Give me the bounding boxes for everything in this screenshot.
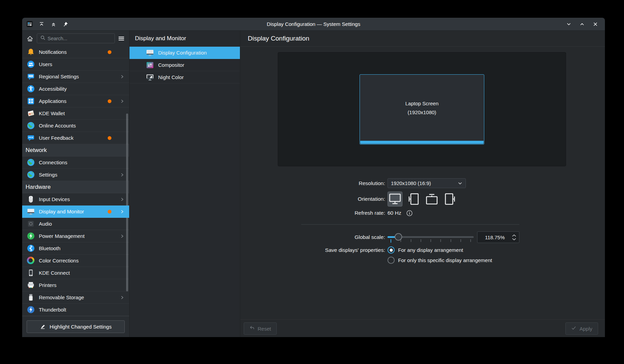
apply-button[interactable]: Apply [565, 322, 598, 335]
minimize-button[interactable] [565, 21, 572, 28]
bell-icon [27, 48, 35, 56]
content-pane: Display Configuration Laptop Screen (192… [240, 31, 605, 337]
spin-down-icon[interactable] [512, 238, 516, 241]
reset-button[interactable]: Reset [244, 322, 277, 335]
applications-icon [27, 97, 35, 105]
highlight-changed-settings-button[interactable]: Highlight Changed Settings [27, 320, 125, 333]
slider-tick [460, 239, 461, 242]
accessibility-icon [27, 85, 35, 93]
subpanel-item-display-configuration[interactable]: Display Configuration [130, 47, 240, 59]
sidebar-item-accessibility[interactable]: Accessibility [22, 83, 129, 95]
form-separator [301, 224, 519, 225]
home-button[interactable] [26, 33, 34, 44]
display-preview-screen[interactable]: Laptop Screen (1920x1080) [360, 74, 484, 145]
highlighter-icon [40, 323, 46, 330]
sidebar-item-bluetooth[interactable]: Bluetooth [22, 242, 129, 255]
orientation-landscape-flipped-button[interactable] [424, 192, 439, 207]
display-arrangement-area[interactable]: Laptop Screen (1920x1080) [278, 52, 566, 166]
orientation-landscape-button[interactable] [387, 192, 402, 207]
sidebar-item-color-corrections[interactable]: Color Corrections [22, 255, 129, 267]
sidebar-item-applications[interactable]: Applications [22, 95, 129, 107]
display-settings-form: Resolution: 1920x1080 (16:9) Orientation… [240, 178, 605, 264]
global-scale-spinbox[interactable]: 118.75% [477, 231, 519, 243]
info-icon[interactable] [406, 210, 413, 216]
content-footer: Reset Apply [240, 319, 605, 337]
subpanel-list: Display Configuration Compositor Night C… [130, 47, 240, 84]
chevron-right-icon [120, 209, 124, 214]
unsaved-changes-dot [108, 99, 111, 103]
sidebar-item-notifications[interactable]: Notifications [22, 46, 129, 58]
sidebar-item-user-feedback[interactable]: User Feedback [22, 132, 129, 144]
sidebar-item-users[interactable]: Users [22, 58, 129, 71]
slider-tick [411, 239, 411, 242]
search-input[interactable] [48, 36, 111, 41]
pin-button[interactable] [62, 21, 69, 28]
subpanel-item-night-color[interactable]: Night Color [130, 71, 240, 84]
sidebar-item-connections[interactable]: Connections [22, 156, 129, 169]
slider-tick [440, 239, 441, 242]
subpanel-item-compositor[interactable]: Compositor [130, 59, 240, 71]
sidebar-toolbar [22, 31, 129, 46]
sidebar-item-kde-connect[interactable]: KDE Connect [22, 267, 129, 279]
window-controls [565, 21, 605, 28]
users-icon [27, 60, 35, 68]
refresh-rate-value: 60 Hz [387, 210, 401, 216]
chevron-right-icon [120, 295, 124, 300]
sidebar-item-power-management[interactable]: Power Management [22, 230, 129, 242]
keep-above-button[interactable] [38, 21, 45, 28]
sidebar-item-printers[interactable]: Printers [22, 279, 129, 291]
globe-icon [27, 122, 35, 130]
display-configuration-view: Laptop Screen (1920x1080) Resolution: 19 [240, 47, 605, 319]
spin-up-icon[interactable] [512, 234, 516, 237]
orientation-portrait-left-button[interactable] [406, 192, 421, 207]
globe-icon [27, 171, 35, 179]
titlebar-left-buttons [22, 21, 69, 28]
sidebar-item-input-devices[interactable]: Input Devices [22, 193, 129, 206]
sidebar-item-removable-storage[interactable]: Removable Storage [22, 291, 129, 304]
window-title: Display Configuration — System Settings [22, 21, 605, 27]
save-option-for-any-display-arrangement[interactable]: For any display arrangement [387, 246, 605, 254]
system-settings-window: Display Configuration — System Settings [22, 18, 605, 337]
sidebar-item-regional-settings[interactable]: Regional Settings [22, 71, 129, 83]
maximize-button[interactable] [579, 21, 585, 28]
orientation-portrait-right-button[interactable] [443, 192, 458, 207]
save-option-for-only-this-specific-display-arrangement[interactable]: For only this specific display arrangeme… [387, 256, 605, 264]
radio-button[interactable] [387, 246, 395, 254]
sidebar-item-kde-wallet[interactable]: KDE Wallet [22, 107, 129, 120]
desktop-background: Display Configuration — System Settings [0, 0, 624, 364]
close-button[interactable] [592, 21, 599, 28]
chevron-right-icon [120, 99, 124, 103]
menu-button[interactable] [118, 33, 126, 44]
sidebar-item-audio[interactable]: Audio [22, 218, 129, 230]
global-scale-value: 118.75% [477, 234, 510, 240]
thunderbolt-icon [27, 306, 35, 314]
resolution-dropdown[interactable]: 1920x1080 (16:9) [387, 178, 466, 188]
globe-icon [27, 158, 35, 166]
audio-icon [27, 220, 35, 228]
night-color-icon [146, 73, 154, 81]
titlebar[interactable]: Display Configuration — System Settings [22, 18, 605, 31]
sidebar-item-thunderbolt[interactable]: Thunderbolt [22, 304, 129, 316]
slider-tick [421, 239, 421, 242]
sidebar-footer: Highlight Changed Settings [22, 316, 129, 337]
chevron-right-icon [120, 74, 124, 79]
radio-button[interactable] [387, 257, 395, 264]
subpanel-title: Display and Monitor [130, 31, 240, 47]
slider-handle[interactable] [395, 233, 402, 241]
search-box[interactable] [37, 33, 115, 43]
sidebar-list: Notifications Users Regional Settings Ac… [22, 46, 129, 316]
resolution-label: Resolution: [240, 180, 385, 186]
shade-button[interactable] [50, 21, 57, 28]
subcategory-panel: Display and Monitor Display Configuratio… [130, 31, 240, 337]
sidebar-item-display-and-monitor[interactable]: Display and Monitor [22, 206, 129, 218]
save-properties-label: Save displays' properties: [240, 246, 385, 253]
app-icon [26, 21, 33, 28]
sidebar-item-online-accounts[interactable]: Online Accounts [22, 120, 129, 132]
screen-taskbar-indicator [360, 141, 484, 144]
sidebar-item-settings[interactable]: Settings [22, 169, 129, 181]
unsaved-changes-dot [108, 50, 111, 54]
monitor-screen-icon [146, 49, 154, 57]
kdeconnect-icon [27, 269, 35, 277]
mouse-icon [27, 195, 35, 203]
global-scale-slider[interactable] [387, 231, 474, 243]
